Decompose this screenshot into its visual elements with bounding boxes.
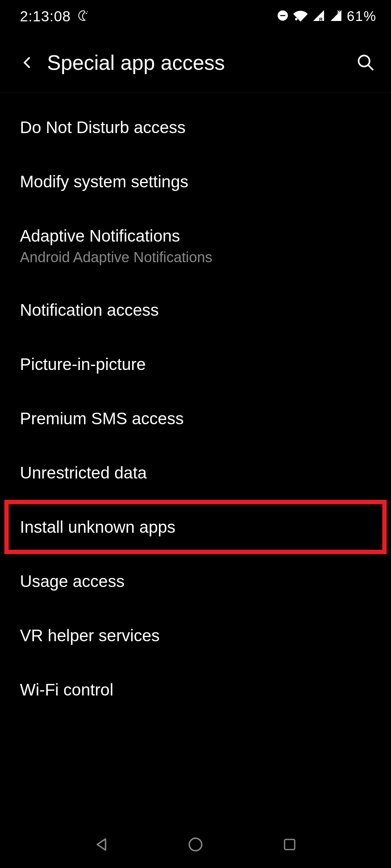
list-item-dnd-access[interactable]: Do Not Disturb access [0,100,391,154]
svg-text:x: x [337,9,340,14]
item-label: Unrestricted data [20,463,371,482]
list-item-notification-access[interactable]: Notification access [0,283,391,337]
list-item-modify-system[interactable]: Modify system settings [0,154,391,209]
item-label: Wi-Fi control [20,680,371,699]
svg-rect-3 [280,15,285,16]
item-label: Adaptive Notifications [20,226,371,246]
list-item-adaptive-notifications[interactable]: Adaptive Notifications Android Adaptive … [0,209,391,283]
navigation-bar [0,821,391,868]
list-item-vr-helper[interactable]: VR helper services [0,608,391,663]
nav-recent-icon [282,837,297,852]
svg-point-1 [87,11,88,12]
list-item-usage-access[interactable]: Usage access [0,554,391,608]
status-left: 2:13:08 [20,8,90,25]
svg-text:R: R [319,17,323,22]
content-list: Do Not Disturb access Modify system sett… [0,93,391,717]
nav-home-button[interactable] [181,830,210,859]
item-sublabel: Android Adaptive Notifications [20,249,371,265]
signal-icon-1: R [312,9,325,24]
app-bar: Special app access [0,33,391,93]
search-button[interactable] [355,52,377,73]
page-title: Special app access [47,51,355,75]
svg-line-8 [368,65,373,70]
item-label: Do Not Disturb access [20,118,371,137]
list-item-unrestricted-data[interactable]: Unrestricted data [0,446,391,500]
night-mode-icon [77,9,90,24]
item-label: Premium SMS access [20,409,371,428]
nav-home-icon [187,836,204,853]
dnd-icon [277,9,289,23]
list-item-picture-in-picture[interactable]: Picture-in-picture [0,337,391,391]
battery-percentage: 61% [347,9,377,24]
svg-rect-10 [285,839,295,850]
list-item-install-unknown-apps[interactable]: Install unknown apps [4,500,387,554]
item-label: Usage access [20,571,371,591]
wifi-icon [293,8,308,24]
item-label: Notification access [20,300,371,320]
status-bar: 2:13:08 R [0,0,391,33]
nav-back-icon [93,836,110,853]
item-label: VR helper services [20,626,371,645]
item-label: Modify system settings [20,172,371,191]
status-time: 2:13:08 [20,8,71,25]
list-item-wifi-control[interactable]: Wi-Fi control [0,663,391,717]
back-button[interactable] [16,52,38,73]
nav-recent-button[interactable] [275,830,304,859]
search-icon [356,53,375,72]
svg-point-0 [86,13,87,14]
signal-icon-2: x [329,9,342,24]
chevron-left-icon [19,55,35,71]
item-label: Install unknown apps [20,517,371,537]
svg-point-9 [189,838,202,851]
svg-point-4 [295,18,298,21]
nav-back-button[interactable] [87,830,116,859]
item-label: Picture-in-picture [20,354,371,374]
list-item-premium-sms[interactable]: Premium SMS access [0,391,391,446]
status-right: R x 61% [277,8,377,24]
